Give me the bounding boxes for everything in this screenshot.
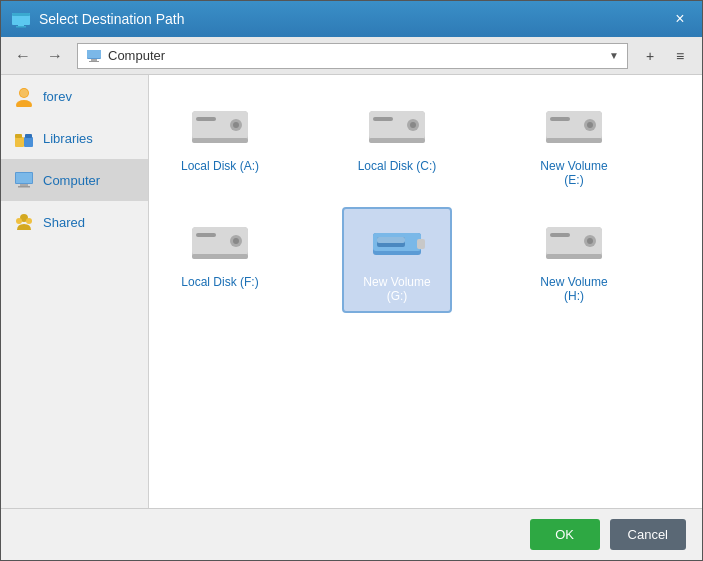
ok-button[interactable]: OK — [530, 519, 600, 550]
svg-rect-45 — [192, 254, 248, 259]
svg-rect-33 — [369, 138, 425, 143]
address-bar: Computer ▼ — [77, 43, 628, 69]
sidebar-forev-label: forev — [43, 89, 72, 104]
file-item-label: New Volume (G:) — [352, 275, 442, 303]
dialog-title: Select Destination Path — [39, 11, 668, 27]
bottom-bar: OK Cancel — [1, 508, 702, 560]
svg-rect-18 — [18, 186, 30, 188]
sidebar-shared-label: Shared — [43, 215, 85, 230]
file-item-local-a[interactable]: Local Disk (A:) — [165, 91, 275, 197]
svg-rect-53 — [550, 233, 570, 237]
forward-button[interactable]: → — [41, 42, 69, 70]
svg-rect-11 — [15, 137, 24, 147]
title-bar-icon — [11, 9, 31, 29]
computer-icon — [13, 169, 35, 191]
toolbar: ← → Computer ▼ + ≡ — [1, 37, 702, 75]
svg-rect-24 — [196, 117, 216, 121]
svg-rect-16 — [16, 173, 32, 183]
svg-rect-39 — [546, 138, 602, 143]
disk-gray-icon — [365, 103, 429, 153]
disk-gray-icon — [542, 103, 606, 153]
back-button[interactable]: ← — [9, 42, 37, 70]
dialog: Select Destination Path × ← → Computer ▼… — [0, 0, 703, 561]
close-button[interactable]: × — [668, 7, 692, 31]
file-item-volume-h[interactable]: New Volume (H:) — [519, 207, 629, 313]
new-folder-button[interactable]: + — [636, 42, 664, 70]
svg-point-44 — [233, 238, 239, 244]
sidebar-libraries-label: Libraries — [43, 131, 93, 146]
file-item-label: Local Disk (F:) — [181, 275, 258, 289]
sidebar-computer-label: Computer — [43, 173, 100, 188]
disk-blue-icon — [365, 219, 429, 269]
file-grid: Local Disk (A:) Local Disk (C:) — [165, 91, 686, 313]
svg-rect-27 — [192, 138, 248, 143]
svg-rect-5 — [87, 50, 101, 58]
svg-rect-30 — [373, 117, 393, 121]
file-item-volume-g[interactable]: New Volume (G:) — [342, 207, 452, 313]
disk-gray-icon — [188, 219, 252, 269]
libraries-icon — [13, 127, 35, 149]
file-item-label: New Volume (H:) — [529, 275, 619, 303]
disk-gray-icon — [542, 219, 606, 269]
address-computer-icon — [86, 48, 102, 64]
svg-point-20 — [16, 218, 22, 224]
svg-rect-17 — [20, 184, 28, 186]
address-text: Computer — [108, 48, 165, 63]
svg-rect-7 — [89, 61, 99, 62]
svg-rect-56 — [546, 254, 602, 259]
main-content: forev Libraries — [1, 75, 702, 508]
file-item-volume-e[interactable]: New Volume (E:) — [519, 91, 629, 197]
file-item-local-c[interactable]: Local Disk (C:) — [342, 91, 452, 197]
svg-rect-48 — [417, 239, 425, 249]
file-item-label: New Volume (E:) — [529, 159, 619, 187]
file-item-label: Local Disk (C:) — [358, 159, 437, 173]
user-icon — [13, 85, 35, 107]
svg-point-10 — [20, 89, 28, 97]
svg-rect-12 — [15, 134, 22, 138]
svg-point-21 — [26, 218, 32, 224]
svg-rect-36 — [550, 117, 570, 121]
sidebar-item-shared[interactable]: Shared — [1, 201, 148, 243]
sidebar-item-computer[interactable]: Computer — [1, 159, 148, 201]
svg-rect-1 — [12, 13, 30, 16]
file-item-local-f[interactable]: Local Disk (F:) — [165, 207, 275, 313]
svg-rect-42 — [196, 233, 216, 237]
svg-point-9 — [16, 100, 32, 107]
svg-point-26 — [233, 122, 239, 128]
svg-rect-50 — [377, 237, 405, 243]
svg-point-38 — [587, 122, 593, 128]
svg-point-32 — [410, 122, 416, 128]
cancel-button[interactable]: Cancel — [610, 519, 686, 550]
svg-point-55 — [587, 238, 593, 244]
shared-icon — [13, 211, 35, 233]
file-item-label: Local Disk (A:) — [181, 159, 259, 173]
sidebar: forev Libraries — [1, 75, 149, 508]
svg-rect-3 — [16, 26, 26, 28]
svg-rect-14 — [25, 134, 32, 138]
disk-gray-icon — [188, 103, 252, 153]
sidebar-item-libraries[interactable]: Libraries — [1, 117, 148, 159]
file-pane: Local Disk (A:) Local Disk (C:) — [149, 75, 702, 508]
view-button[interactable]: ≡ — [666, 42, 694, 70]
toolbar-right-buttons: + ≡ — [636, 42, 694, 70]
address-dropdown[interactable]: ▼ — [609, 50, 619, 61]
title-bar: Select Destination Path × — [1, 1, 702, 37]
sidebar-item-forev[interactable]: forev — [1, 75, 148, 117]
svg-rect-13 — [24, 137, 33, 147]
svg-rect-6 — [91, 59, 97, 61]
